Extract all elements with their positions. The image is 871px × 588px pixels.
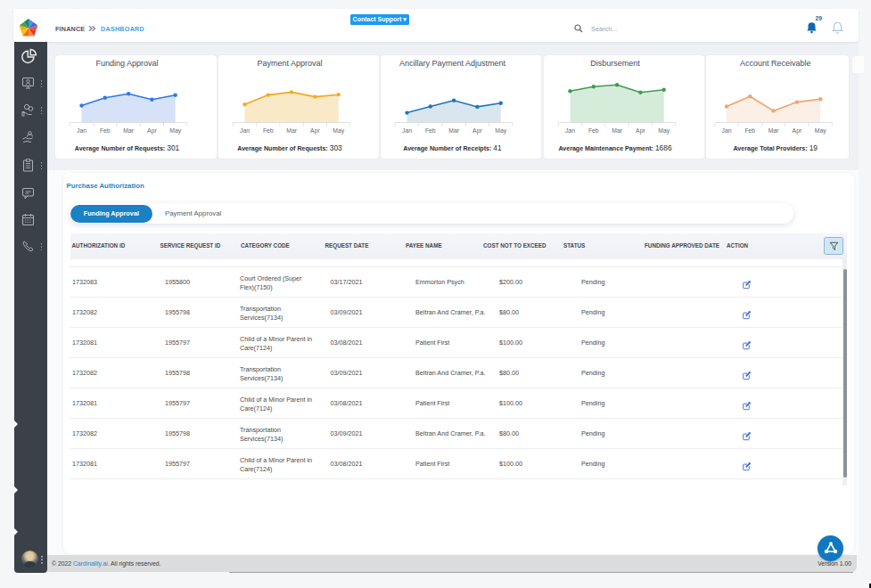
- svg-text:May: May: [815, 127, 826, 134]
- svg-text:Apr: Apr: [147, 127, 157, 134]
- svg-text:Apr: Apr: [310, 127, 320, 134]
- svg-text:Mar: Mar: [123, 127, 134, 133]
- svg-text:Mar: Mar: [612, 127, 622, 133]
- svg-text:May: May: [495, 127, 506, 134]
- svg-text:May: May: [333, 127, 344, 134]
- svg-text:Apr: Apr: [636, 127, 645, 134]
- svg-text:Feb: Feb: [744, 127, 755, 133]
- svg-text:Jan: Jan: [722, 127, 732, 133]
- svg-text:Jan: Jan: [402, 127, 412, 133]
- svg-text:Jan: Jan: [240, 127, 250, 133]
- svg-text:Feb: Feb: [99, 127, 110, 133]
- svg-text:Apr: Apr: [472, 127, 482, 134]
- svg-text:Jan: Jan: [565, 127, 575, 133]
- svg-text:Feb: Feb: [425, 127, 436, 133]
- svg-text:Mar: Mar: [768, 127, 779, 133]
- svg-text:Mar: Mar: [286, 127, 297, 133]
- svg-text:Jan: Jan: [77, 127, 86, 133]
- svg-text:May: May: [169, 127, 181, 134]
- svg-text:Feb: Feb: [262, 127, 273, 133]
- svg-text:May: May: [658, 127, 670, 134]
- svg-text:Feb: Feb: [588, 127, 598, 133]
- svg-text:Mar: Mar: [448, 127, 459, 133]
- svg-text:Apr: Apr: [793, 127, 802, 134]
